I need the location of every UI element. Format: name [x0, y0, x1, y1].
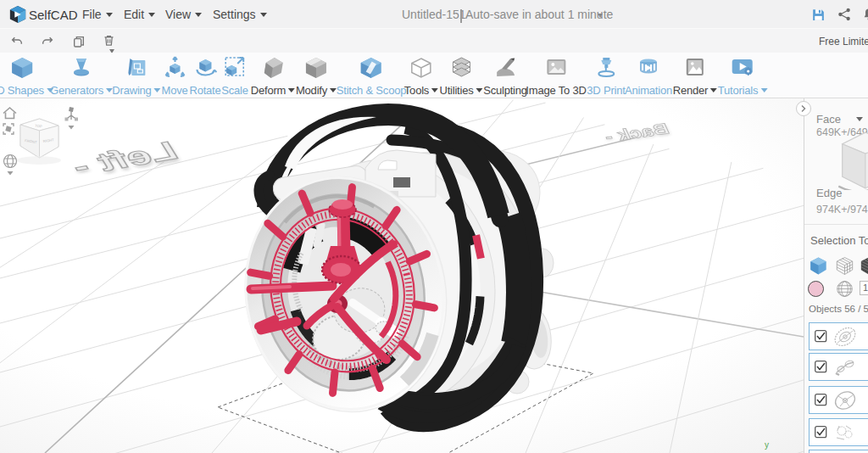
svg-text:TOP: TOP — [35, 124, 42, 129]
svg-text:y: y — [765, 440, 769, 450]
